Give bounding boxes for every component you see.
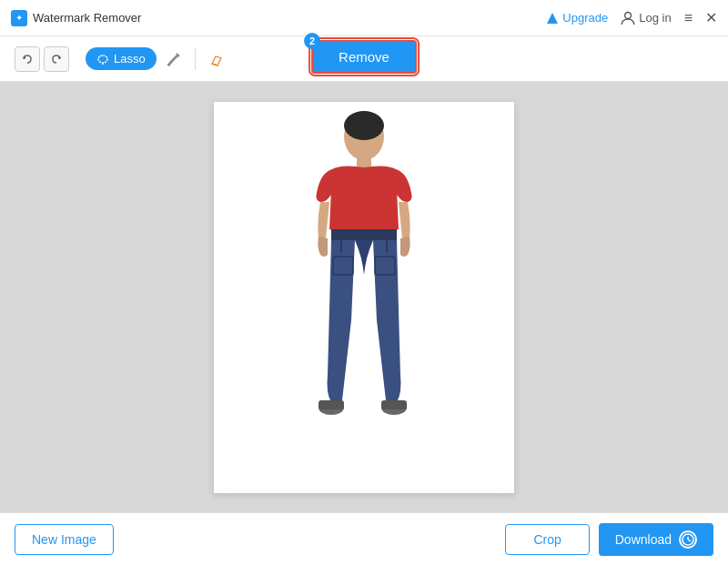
crop-button[interactable]: Crop xyxy=(505,524,589,555)
svg-rect-20 xyxy=(381,400,407,409)
svg-rect-12 xyxy=(331,229,397,240)
svg-line-5 xyxy=(177,54,179,56)
titlebar-left: ✦ Watermark Remover xyxy=(11,10,141,26)
undo-icon xyxy=(22,54,33,65)
titlebar-right: Upgrade Log in ≡ ✕ xyxy=(546,9,717,26)
notification-badge: 2 xyxy=(304,33,320,49)
undo-button[interactable] xyxy=(15,46,40,72)
toolbar-tools: Lasso xyxy=(86,47,228,71)
person-figure xyxy=(291,111,437,484)
remove-button[interactable]: Remove xyxy=(311,40,417,74)
close-button[interactable]: ✕ xyxy=(705,9,717,26)
redo-icon xyxy=(51,54,62,65)
lasso-icon xyxy=(96,53,109,66)
download-button[interactable]: Download xyxy=(599,523,713,556)
eraser-tool-button[interactable] xyxy=(205,47,228,71)
svg-line-8 xyxy=(212,64,217,66)
user-icon xyxy=(621,11,635,25)
toolbar: Lasso 2 Remove xyxy=(0,36,728,82)
svg-point-6 xyxy=(167,63,170,66)
svg-rect-18 xyxy=(318,400,344,409)
clock-icon xyxy=(679,530,697,549)
remove-button-wrapper: 2 Remove xyxy=(311,40,417,74)
brush-tool-button[interactable] xyxy=(162,47,186,71)
tool-separator xyxy=(195,48,196,70)
svg-point-4 xyxy=(98,55,107,63)
toolbar-nav xyxy=(15,46,69,72)
app-title: Watermark Remover xyxy=(33,11,141,25)
upgrade-icon xyxy=(546,12,559,25)
app-logo: ✦ xyxy=(11,10,27,26)
new-image-button[interactable]: New Image xyxy=(15,524,114,555)
image-canvas xyxy=(214,102,514,493)
lasso-tool-button[interactable]: Lasso xyxy=(86,47,157,70)
redo-button[interactable] xyxy=(44,46,69,72)
svg-marker-0 xyxy=(547,13,558,24)
svg-line-23 xyxy=(688,540,691,541)
titlebar: ✦ Watermark Remover Upgrade Log in ≡ ✕ xyxy=(0,0,728,36)
bottom-right-actions: Crop Download xyxy=(505,523,713,556)
login-button[interactable]: Log in xyxy=(621,11,671,25)
bottombar: New Image Crop Download xyxy=(0,512,728,565)
eraser-icon xyxy=(208,51,225,67)
svg-point-1 xyxy=(625,12,632,18)
main-canvas-area xyxy=(0,82,728,512)
brush-icon xyxy=(166,51,182,67)
menu-button[interactable]: ≡ xyxy=(684,10,693,26)
upgrade-button[interactable]: Upgrade xyxy=(546,11,608,25)
svg-point-10 xyxy=(344,111,384,140)
